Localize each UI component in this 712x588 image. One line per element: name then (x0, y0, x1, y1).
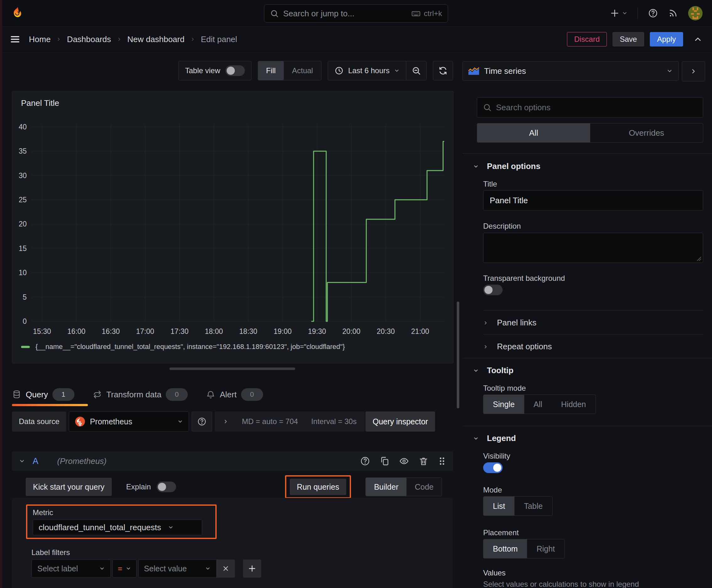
query-inspector-button[interactable]: Query inspector (365, 412, 435, 432)
drag-handle-icon[interactable] (438, 456, 446, 466)
tooltip-header[interactable]: Tooltip (473, 365, 514, 375)
search-icon (483, 103, 492, 112)
breadcrumb-bar: Home Dashboards New dashboard Edit panel… (0, 26, 712, 52)
panel-options-title: Panel options (487, 162, 540, 171)
svg-text:16:30: 16:30 (102, 327, 120, 335)
explain-toggle[interactable] (157, 482, 176, 492)
fill-option[interactable]: Fill (258, 61, 284, 80)
all-overrides-switch: All Overrides (477, 123, 703, 143)
datasource-help-button[interactable] (192, 412, 212, 432)
add-filter-button[interactable] (243, 560, 261, 578)
new-menu-button[interactable] (610, 8, 628, 18)
resize-grip-icon[interactable] (697, 256, 702, 261)
breadcrumb: Home Dashboards New dashboard Edit panel (29, 35, 237, 44)
series-legend-label[interactable]: {__name__="cloudflared_tunnel_total_requ… (36, 343, 345, 351)
legend-visibility-toggle[interactable] (483, 462, 503, 473)
duplicate-query-icon[interactable] (380, 456, 390, 466)
repeat-options-section[interactable]: Repeat options (483, 342, 552, 352)
help-icon[interactable] (648, 8, 658, 18)
svg-text:20: 20 (19, 220, 27, 228)
filter-overrides-option[interactable]: Overrides (590, 123, 703, 142)
query-help-icon[interactable] (360, 456, 370, 466)
run-queries-button[interactable]: Run queries (290, 479, 347, 495)
builder-option[interactable]: Builder (366, 478, 407, 496)
grafana-logo-icon[interactable] (9, 5, 25, 22)
news-icon[interactable] (668, 8, 678, 18)
explain-label: Explain (126, 482, 151, 491)
code-option[interactable]: Code (407, 478, 442, 496)
transform-count-badge: 0 (166, 388, 188, 401)
placement-label: Placement (483, 528, 519, 537)
active-tab-underline (12, 404, 88, 406)
filter-all-option[interactable]: All (477, 123, 590, 142)
navbar-divider (638, 7, 638, 19)
actual-option[interactable]: Actual (284, 61, 321, 80)
svg-text:0: 0 (23, 317, 27, 326)
tab-query-label: Query (26, 390, 48, 400)
chevron-up-icon[interactable] (693, 35, 703, 44)
save-button[interactable]: Save (612, 32, 644, 46)
kick-start-query-button[interactable]: Kick start your query (26, 478, 112, 496)
tab-query[interactable]: Query 1 (12, 386, 74, 403)
refresh-button[interactable] (433, 61, 453, 80)
values-label: Values (483, 569, 506, 577)
panel-title-input[interactable]: Panel Title (483, 190, 703, 210)
operator-dropdown[interactable]: = (112, 560, 136, 578)
table-view-toggle[interactable] (225, 65, 245, 76)
placement-right-option[interactable]: Right (527, 539, 564, 558)
tab-transform-data[interactable]: Transform data 0 (93, 386, 188, 403)
breadcrumb-dashboards[interactable]: Dashboards (67, 35, 111, 44)
tab-alert[interactable]: Alert 0 (206, 386, 263, 403)
transparent-background-toggle[interactable] (483, 285, 503, 295)
svg-text:21:00: 21:00 (411, 327, 429, 335)
prometheus-icon (75, 416, 85, 427)
collapse-query-icon[interactable] (19, 458, 25, 464)
discard-button[interactable]: Discard (567, 32, 607, 46)
legend-list-option[interactable]: List (483, 497, 515, 516)
svg-text:30: 30 (19, 171, 27, 180)
description-textarea[interactable] (483, 233, 703, 263)
query-options-summary[interactable]: MD = auto = 704 Interval = 30s (215, 412, 365, 432)
zoom-out-button[interactable] (406, 61, 426, 80)
panel-links-section[interactable]: Panel links (483, 318, 537, 328)
breadcrumb-home[interactable]: Home (29, 35, 50, 44)
placement-bottom-option[interactable]: Bottom (483, 539, 527, 558)
tooltip-single-option[interactable]: Single (483, 395, 524, 414)
apply-button[interactable]: Apply (650, 32, 683, 46)
remove-query-trash-icon[interactable] (418, 456, 429, 466)
breadcrumb-new-dashboard[interactable]: New dashboard (127, 35, 185, 44)
tooltip-all-option[interactable]: All (524, 395, 552, 414)
time-range-picker[interactable]: Last 6 hours (328, 61, 406, 80)
select-label-dropdown[interactable]: Select label (31, 560, 111, 578)
remove-filter-button[interactable] (217, 560, 235, 578)
chevron-right-icon (190, 37, 195, 42)
query-ref-id[interactable]: A (33, 456, 38, 466)
datasource-label: Data source (12, 412, 66, 432)
timeseries-chart[interactable]: 051015202530354015:3016:0016:3017:0017:3… (14, 123, 444, 343)
search-options-input[interactable]: Search options (477, 97, 703, 118)
panel-options-header[interactable]: Panel options (473, 162, 540, 171)
datasource-picker[interactable]: Prometheus (69, 412, 189, 432)
tooltip-title: Tooltip (487, 365, 514, 375)
legend-header[interactable]: Legend (473, 434, 516, 443)
clock-icon (335, 66, 344, 76)
chevron-down-icon (126, 566, 131, 571)
metric-select[interactable]: cloudflared_tunnel_total_requests (33, 520, 202, 535)
edit-pane-main: Table view Fill Actual Last 6 hours (0, 52, 460, 588)
menu-icon[interactable] (9, 34, 21, 45)
hide-response-eye-icon[interactable] (399, 456, 409, 466)
scrollbar-thumb[interactable] (457, 301, 459, 408)
tooltip-hidden-option[interactable]: Hidden (552, 395, 595, 414)
section-divider (462, 426, 712, 426)
repeat-options-label: Repeat options (497, 342, 552, 352)
time-range-label: Last 6 hours (348, 66, 390, 75)
user-avatar[interactable] (688, 6, 703, 20)
select-value-dropdown[interactable]: Select value (138, 560, 217, 578)
panel-resize-handle[interactable] (170, 368, 295, 370)
chevron-down-icon (473, 368, 479, 374)
global-search-input[interactable]: Search or jump to... ctrl+k (264, 4, 448, 23)
timeseries-panel[interactable]: Panel Title 051015202530354015:3016:0016… (12, 91, 454, 363)
plus-icon (610, 8, 619, 18)
sub-divider (483, 334, 703, 335)
legend-table-option[interactable]: Table (515, 497, 552, 516)
